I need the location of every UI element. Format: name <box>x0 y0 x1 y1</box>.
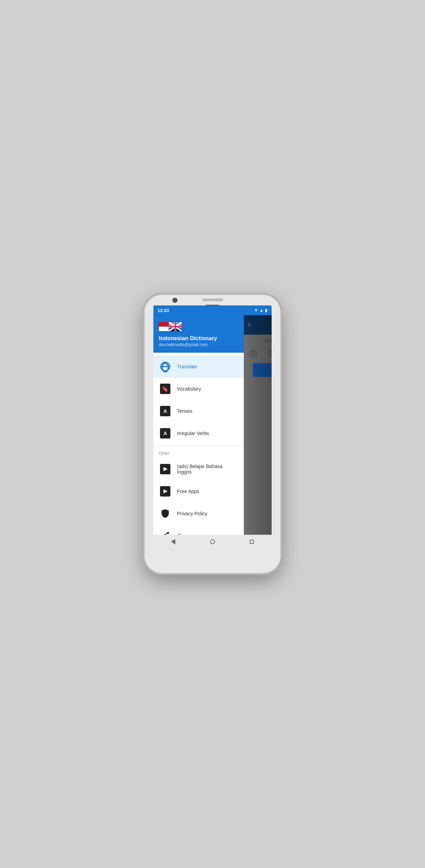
uk-flag <box>169 322 182 331</box>
status-icons: ▼ ▲ ▮ <box>254 308 267 313</box>
free-apps-play-icon <box>163 489 168 493</box>
home-circle-icon <box>210 539 215 544</box>
wifi-icon: ▼ <box>254 308 258 313</box>
navigation-drawer: Indonesian Dictionary dev.balimedia@gmai… <box>153 315 244 535</box>
tenses-icon-container: A <box>159 405 171 417</box>
svg-line-3 <box>163 534 167 535</box>
phone-screen: 12:43 ▼ ▲ ▮ <box>153 305 272 549</box>
bookmark-icon: 🔖 <box>160 384 170 394</box>
privacy-label: Privacy Policy <box>177 511 207 516</box>
translate-icon-container <box>159 360 171 373</box>
main-action-icons <box>247 347 272 360</box>
vocabulary-label: Vocabulary <box>177 386 201 392</box>
char-count: 0/2500 <box>264 339 272 344</box>
main-header: h <box>244 315 272 335</box>
app-name: Indonesian Dictionary <box>159 335 238 342</box>
drawer-item-translate[interactable]: Translate <box>153 355 244 378</box>
speaker-grille <box>202 298 223 301</box>
tenses-icon: A <box>160 406 170 416</box>
drawer-item-belajar[interactable]: (ads) Belajar Bahasa Inggris <box>153 458 244 480</box>
drawer-item-tenses[interactable]: A Tenses <box>153 400 244 422</box>
camera-svg <box>249 349 257 358</box>
main-content-area: h 0/2500 <box>244 315 272 535</box>
uk-flag-inner <box>169 322 182 331</box>
tenses-label: Tenses <box>177 408 192 414</box>
play-box-icon <box>160 464 170 474</box>
drawer-item-vocabulary[interactable]: 🔖 Vocabulary <box>153 378 244 400</box>
belajar-icon-container <box>159 463 171 475</box>
other-section-label: Other <box>153 448 244 458</box>
mic-svg <box>267 349 272 358</box>
camera-action-icon[interactable] <box>247 347 259 360</box>
drawer-item-privacy[interactable]: Privacy Policy <box>153 502 244 525</box>
app-email: dev.balimedia@gmail.com <box>159 342 238 347</box>
drawer-item-free-apps[interactable]: Free Apps <box>153 480 244 502</box>
irregular-verbs-label: Irregular Verbs <box>177 431 209 436</box>
back-nav-button[interactable] <box>168 537 178 547</box>
svg-rect-8 <box>270 350 272 354</box>
globe-icon <box>160 362 170 371</box>
main-body: 0/2500 <box>244 335 272 535</box>
share-icon <box>160 531 170 535</box>
home-nav-button[interactable] <box>207 537 218 547</box>
drawer-menu: Translate 🔖 Vocabulary <box>153 353 244 535</box>
vocabulary-icon-container: 🔖 <box>159 383 171 395</box>
translate-button[interactable] <box>253 363 272 377</box>
drawer-item-share[interactable]: Share <box>153 525 244 535</box>
status-bar: 12:43 ▼ ▲ ▮ <box>153 305 272 315</box>
share-label: Share <box>177 533 190 535</box>
privacy-icon-container <box>159 507 171 520</box>
front-camera <box>173 298 177 303</box>
irregular-verbs-icon-container: A <box>159 427 171 440</box>
irregular-verbs-icon: A <box>160 428 170 439</box>
belajar-label: (ads) Belajar Bahasa Inggris <box>177 464 238 475</box>
play-triangle-icon <box>163 467 168 471</box>
status-time: 12:43 <box>158 308 169 313</box>
flag-container <box>159 322 238 331</box>
mic-action-icon[interactable] <box>265 347 272 360</box>
share-svg <box>161 531 170 535</box>
drawer-header: Indonesian Dictionary dev.balimedia@gmai… <box>153 315 244 353</box>
back-arrow-icon <box>171 539 175 544</box>
free-apps-label: Free Apps <box>177 489 199 494</box>
signal-icon: ▲ <box>259 308 264 313</box>
drawer-item-irregular-verbs[interactable]: A Irregular Verbs <box>153 422 244 444</box>
phone-top-hardware <box>145 295 280 305</box>
translate-label: Translate <box>177 364 197 369</box>
recents-nav-button[interactable] <box>247 537 257 547</box>
shield-icon <box>160 508 170 519</box>
svg-point-0 <box>167 532 169 534</box>
shield-svg <box>161 509 170 518</box>
recents-square-icon <box>250 540 254 544</box>
app-layout: Indonesian Dictionary dev.balimedia@gmai… <box>153 315 272 535</box>
uk-vertical-red <box>175 322 176 331</box>
drawer-divider <box>153 446 244 446</box>
phone-device: 12:43 ▼ ▲ ▮ <box>145 295 280 573</box>
bottom-navigation <box>153 535 272 549</box>
share-icon-container <box>159 530 171 535</box>
free-apps-icon-container <box>159 485 171 498</box>
main-header-hint: h <box>248 322 251 328</box>
free-apps-icon <box>160 486 170 497</box>
svg-point-7 <box>251 352 254 355</box>
battery-icon: ▮ <box>265 308 267 313</box>
